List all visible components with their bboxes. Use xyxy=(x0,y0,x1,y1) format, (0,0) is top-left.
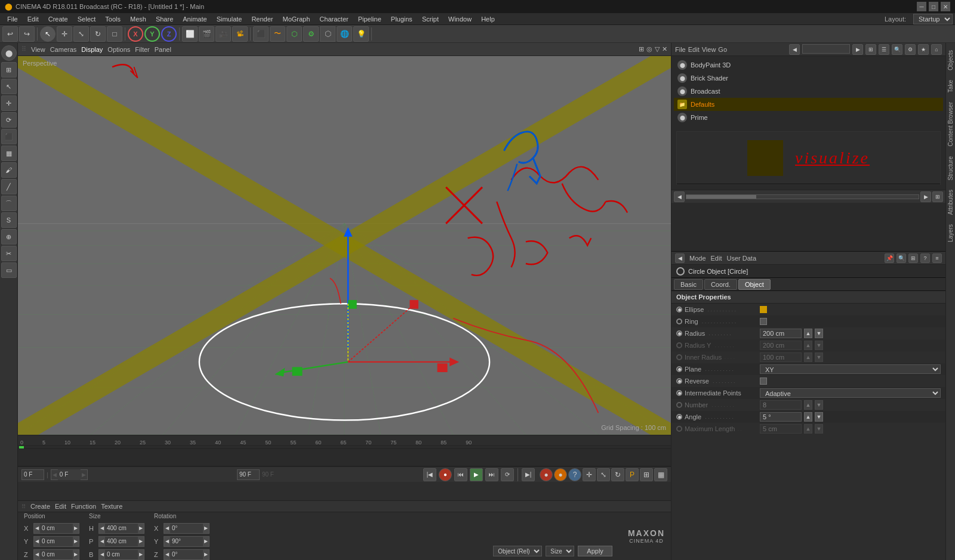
vp-icon-3[interactable]: ▽ xyxy=(655,45,660,53)
menu-pipeline[interactable]: Pipeline xyxy=(353,13,386,25)
spline-button[interactable]: 〜 xyxy=(270,26,285,42)
reverse-checkbox[interactable] xyxy=(760,378,767,385)
attr-radio-radius[interactable] xyxy=(676,330,682,336)
vp-display[interactable]: Display xyxy=(81,46,103,53)
side-tab-attributes[interactable]: Attributes xyxy=(946,185,955,219)
intermediate-dropdown[interactable]: Adaptive Uniform Subdivided Natural xyxy=(760,388,941,398)
film-button[interactable]: 🎬 xyxy=(199,26,214,42)
attr-mode[interactable]: Mode xyxy=(689,255,706,262)
tool-arrow[interactable]: ↖ xyxy=(1,79,17,94)
size-h-down[interactable]: ◀ xyxy=(99,524,105,533)
tab-basic[interactable]: Basic xyxy=(674,279,703,290)
pos-x-input[interactable] xyxy=(40,525,73,531)
vp-view[interactable]: View xyxy=(31,46,45,53)
cb-edit[interactable]: Edit xyxy=(688,46,700,53)
menu-mograph[interactable]: MoGraph xyxy=(278,13,315,25)
vp-icon-4[interactable]: ✕ xyxy=(662,45,667,53)
attr-radio-intermediate[interactable] xyxy=(676,390,682,396)
pos-z-input[interactable] xyxy=(40,551,73,558)
pos-y-up[interactable]: ▶ xyxy=(73,537,79,546)
key-blue[interactable]: ? xyxy=(568,468,581,481)
3d-viewport[interactable]: X Y Z Perspective Grid Spacing : 100 cm xyxy=(18,56,671,435)
vp-options[interactable]: Options xyxy=(107,46,130,53)
pos-x-up[interactable]: ▶ xyxy=(73,524,79,533)
plane-dropdown[interactable]: XY XZ YZ xyxy=(760,364,941,374)
cb-nav-search[interactable]: 🔍 xyxy=(892,44,902,55)
attr-radio-ring[interactable] xyxy=(676,318,682,324)
cb-item-defaults[interactable]: 📁 Defaults xyxy=(674,98,943,111)
pos-z-up[interactable]: ▶ xyxy=(73,550,79,559)
menu-tools[interactable]: Tools xyxy=(100,13,125,25)
move-button[interactable]: ✛ xyxy=(57,26,72,42)
transport-play[interactable]: ▶ xyxy=(470,468,483,481)
rot-y-down[interactable]: ◀ xyxy=(164,537,170,546)
pos-x-down[interactable]: ◀ xyxy=(34,524,40,533)
bottom-create[interactable]: Create xyxy=(30,503,50,510)
menu-file[interactable]: File xyxy=(2,13,23,25)
tab-coord[interactable]: Coord. xyxy=(704,279,737,290)
tool-smooth[interactable]: ⊕ xyxy=(1,229,17,245)
attr-radio-plane[interactable] xyxy=(676,366,682,372)
object-mode-button[interactable]: □ xyxy=(107,26,122,42)
tool-cube3[interactable]: ▦ xyxy=(1,146,17,161)
cb-item-broadcast[interactable]: ⬤ Broadcast xyxy=(674,85,943,98)
light-button[interactable]: 💡 xyxy=(353,26,369,42)
cb-prev-btn[interactable]: ◀ xyxy=(674,191,685,202)
scale-button[interactable]: ⤡ xyxy=(73,26,89,42)
cb-item-prime[interactable]: ⬤ Prime xyxy=(674,111,943,124)
transport-loop[interactable]: ⟳ xyxy=(501,468,514,481)
size-b-input[interactable] xyxy=(105,551,138,558)
start-frame-input[interactable] xyxy=(21,469,44,480)
side-tab-take[interactable]: Take xyxy=(946,75,955,97)
attr-radio-ellipse[interactable] xyxy=(676,307,682,313)
attr-radio-angle[interactable] xyxy=(676,414,682,420)
menu-simulate[interactable]: Simulate xyxy=(212,13,247,25)
tool-checkerboard[interactable]: ⊞ xyxy=(1,62,17,78)
menu-animate[interactable]: Animate xyxy=(178,13,211,25)
cb-nav-gear[interactable]: ⚙ xyxy=(905,44,916,55)
key-move[interactable]: ✛ xyxy=(583,468,596,481)
bottom-edit[interactable]: Edit xyxy=(55,503,66,510)
vp-icon-1[interactable]: ⊞ xyxy=(639,45,644,53)
tool-attract[interactable]: S xyxy=(1,212,17,228)
menu-window[interactable]: Window xyxy=(443,13,476,25)
menu-render[interactable]: Render xyxy=(247,13,278,25)
key-rotate2[interactable]: ↻ xyxy=(611,468,624,481)
rot-x-down[interactable]: ◀ xyxy=(164,524,170,533)
rot-z-input[interactable] xyxy=(170,551,203,558)
pos-y-down[interactable]: ◀ xyxy=(34,537,40,546)
angle-input[interactable] xyxy=(760,412,802,422)
deform-button[interactable]: ⚙ xyxy=(303,26,319,42)
attr-pin[interactable]: 📌 xyxy=(885,253,894,263)
side-tab-structure[interactable]: Structure xyxy=(946,151,955,185)
scene-button[interactable]: 🌐 xyxy=(337,26,352,42)
tool-cube2[interactable]: ⬛ xyxy=(1,129,17,144)
tab-object[interactable]: Object xyxy=(738,279,771,290)
cb-view[interactable]: View xyxy=(702,46,716,53)
cb-nav-list[interactable]: ☰ xyxy=(879,44,889,55)
rot-z-up[interactable]: ▶ xyxy=(203,550,209,559)
bottom-texture[interactable]: Texture xyxy=(101,503,122,510)
transport-prev-key[interactable]: ⏮ xyxy=(454,468,467,481)
key-red[interactable]: ● xyxy=(540,468,553,481)
rot-x-up[interactable]: ▶ xyxy=(203,524,209,533)
menu-mesh[interactable]: Mesh xyxy=(125,13,151,25)
ring-checkbox[interactable] xyxy=(760,318,767,325)
live-select-button[interactable]: ↖ xyxy=(40,26,56,42)
tool-cross[interactable]: ✛ xyxy=(1,95,17,111)
cb-nav-back[interactable]: ◀ xyxy=(789,44,800,55)
size-p-input[interactable] xyxy=(105,538,138,544)
key-preview[interactable]: ▦ xyxy=(654,468,667,481)
ellipse-checkbox[interactable] xyxy=(760,306,767,313)
key-orange[interactable]: ● xyxy=(554,468,567,481)
vp-icon-2[interactable]: ◎ xyxy=(646,45,652,53)
radius-spin-up[interactable]: ▲ xyxy=(804,329,812,338)
cb-nav-icons[interactable]: ⊞ xyxy=(865,44,876,55)
rot-z-down[interactable]: ◀ xyxy=(164,550,170,559)
size-p-up[interactable]: ▶ xyxy=(138,537,144,546)
menu-plugins[interactable]: Plugins xyxy=(386,13,417,25)
tool-knife[interactable]: ✂ xyxy=(1,246,17,261)
vp-cameras[interactable]: Cameras xyxy=(50,46,77,53)
angle-spin-down[interactable]: ▼ xyxy=(815,412,823,422)
tool-rotate2[interactable]: ⟳ xyxy=(1,112,17,128)
